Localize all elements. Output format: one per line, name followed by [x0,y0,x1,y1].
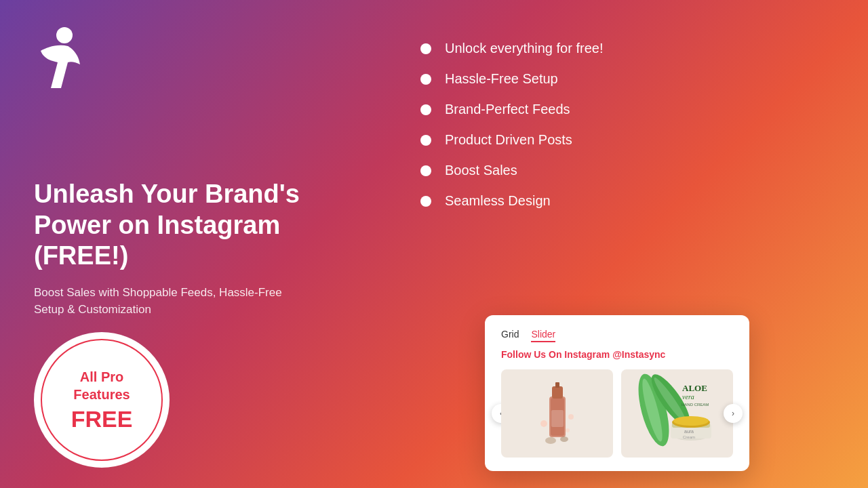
svg-text:Cream: Cream [683,435,695,439]
bullet-icon-2 [420,74,431,85]
svg-text:ALOE: ALOE [682,383,707,393]
svg-point-7 [568,414,574,420]
badge-line1: All ProFeatures [73,368,130,403]
svg-point-10 [560,436,568,442]
bullet-icon-3 [420,104,431,115]
feature-item-2: Hassle-Free Setup [420,71,827,87]
widget-tabs: Grid Slider [501,329,733,342]
svg-point-9 [545,437,556,444]
svg-text:vera: vera [682,393,694,401]
product-image-2: ALOE vera HAND CREAM aura Cream [621,369,733,458]
widget-card: Grid Slider Follow Us On Instagram @Inst… [485,315,749,471]
sub-heading: Boost Sales with Shoppable Feeds, Hassle… [34,284,292,319]
svg-point-8 [566,428,570,432]
logo [34,27,332,98]
widget-follow-text: Follow Us On Instagram @Instasync [501,349,733,360]
page-content: Unleash Your Brand's Power on Instagram … [0,0,868,488]
badge-outer: All ProFeatures FREE [34,332,170,468]
feature-label-3: Brand-Perfect Feeds [445,102,570,117]
svg-rect-3 [552,386,563,399]
svg-point-6 [540,420,547,427]
badge-inner: All ProFeatures FREE [41,339,163,461]
feature-item-3: Brand-Perfect Feeds [420,102,827,117]
widget-images: ‹ [501,369,733,458]
svg-rect-4 [555,382,559,388]
aloe-illustration: ALOE vera HAND CREAM aura Cream [633,369,722,458]
product-image-1 [501,369,613,458]
follow-handle[interactable]: @Instasync [612,349,665,360]
feature-label-4: Product Driven Posts [445,132,572,148]
tab-slider[interactable]: Slider [531,329,555,342]
bullet-icon-1 [420,43,431,54]
svg-text:HAND CREAM: HAND CREAM [682,403,709,407]
next-arrow[interactable]: › [724,404,743,423]
follow-prefix: Follow Us On Instagram [501,349,612,360]
left-panel: Unleash Your Brand's Power on Instagram … [0,0,366,488]
bullet-icon-5 [420,165,431,176]
feature-item-1: Unlock everything for free! [420,41,827,56]
feature-label-6: Seamless Design [445,193,551,209]
bullet-icon-6 [420,196,431,207]
svg-point-0 [56,27,73,43]
right-panel: Unlock everything for free! Hassle-Free … [366,0,868,488]
feature-label-2: Hassle-Free Setup [445,71,558,87]
feature-item-6: Seamless Design [420,193,827,209]
svg-text:aura: aura [684,429,694,434]
tab-grid[interactable]: Grid [501,329,519,342]
svg-rect-5 [551,410,564,427]
badge-free: FREE [71,406,133,432]
feature-label-1: Unlock everything for free! [445,41,603,56]
feature-item-5: Boost Sales [420,163,827,178]
bullet-icon-4 [420,135,431,146]
badge-container: All ProFeatures FREE [34,332,170,468]
main-heading: Unleash Your Brand's Power on Instagram … [34,179,332,272]
svg-point-24 [673,416,709,426]
feature-item-4: Product Driven Posts [420,132,827,148]
logo-icon [34,27,81,95]
features-list: Unlock everything for free! Hassle-Free … [420,41,827,224]
perfume-illustration [530,373,585,454]
feature-label-5: Boost Sales [445,163,517,178]
